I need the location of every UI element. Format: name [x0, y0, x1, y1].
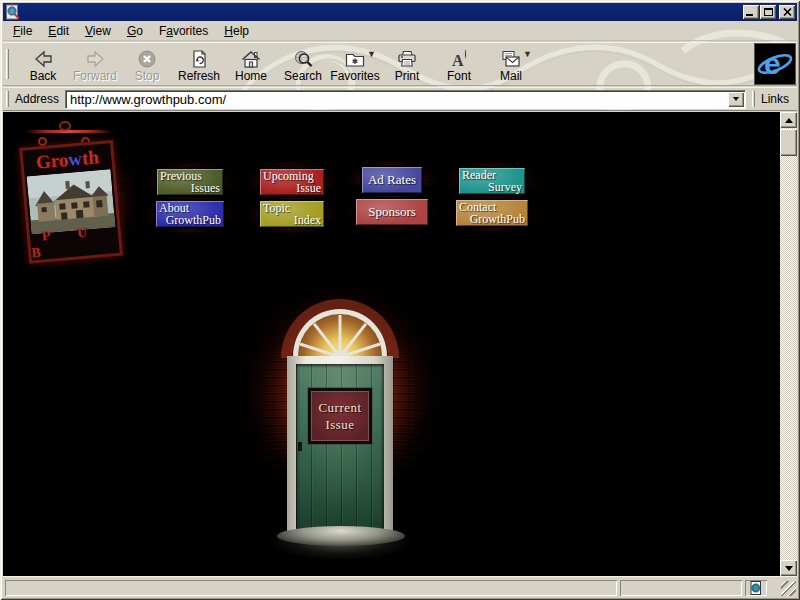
door-sign-line1: Current — [318, 399, 361, 416]
nav-label-line2: GrowthPub — [459, 213, 525, 225]
growth-pub-sign: Growth — [19, 140, 123, 264]
nav-button-topic-index[interactable]: Topic Index — [259, 200, 325, 228]
close-icon — [783, 8, 792, 16]
web-page-content: Growth — [3, 112, 780, 576]
menu-help[interactable]: Help — [216, 22, 257, 40]
menu-go[interactable]: Go — [119, 22, 151, 40]
pub-sign-assembly: Growth — [3, 112, 151, 282]
refresh-page-icon — [188, 49, 210, 69]
scroll-up-button[interactable] — [780, 112, 797, 128]
nav-button-contact-growthpub[interactable]: Contact GrowthPub — [455, 199, 529, 227]
nav-label-line2: Survey — [462, 181, 522, 193]
scrollbar-thumb[interactable] — [780, 129, 797, 156]
home-button[interactable]: Home — [225, 44, 277, 84]
favorites-label: Favorites — [330, 70, 379, 82]
address-bar-grip[interactable] — [6, 91, 9, 106]
door-step — [277, 526, 405, 546]
address-bar: Address Links — [3, 87, 797, 111]
status-progress-panel — [620, 580, 742, 596]
mail-dropdown-caret[interactable]: ▼ — [523, 49, 532, 59]
status-bar — [3, 576, 797, 597]
vertical-scrollbar[interactable] — [780, 112, 797, 576]
current-issue-sign[interactable]: Current Issue — [308, 388, 372, 444]
menu-view[interactable]: View — [77, 22, 119, 40]
nav-label-line1: Sponsors — [368, 206, 416, 218]
close-button[interactable] — [779, 5, 795, 19]
status-zone-panel — [745, 580, 767, 596]
address-input[interactable] — [66, 92, 728, 107]
sign-title-pre: Gro — [35, 149, 69, 174]
favorites-folder-icon — [344, 49, 366, 69]
font-label: Font — [447, 70, 471, 82]
nav-button-ad-rates[interactable]: Ad Rates — [361, 166, 423, 194]
home-label: Home — [235, 70, 267, 82]
favorites-dropdown-caret[interactable]: ▼ — [367, 49, 376, 59]
current-issue-door[interactable]: Current Issue — [296, 364, 384, 533]
links-bar-grip[interactable] — [752, 91, 755, 106]
print-label: Print — [395, 70, 420, 82]
forward-arrow-icon — [84, 49, 106, 69]
globe-page-icon — [749, 581, 763, 595]
menu-file[interactable]: File — [5, 22, 40, 40]
forward-button[interactable]: Forward — [69, 44, 121, 84]
browser-window: File Edit View Go Favorites Help Back Fo… — [0, 0, 800, 600]
nav-button-upcoming-issue[interactable]: Upcoming Issue — [259, 168, 325, 196]
nav-label-line1: Ad Rates — [368, 174, 416, 186]
mail-label: Mail — [500, 70, 522, 82]
menu-edit[interactable]: Edit — [40, 22, 77, 40]
door-sign-line2: Issue — [325, 416, 354, 433]
nav-label-line2: Issues — [160, 182, 220, 194]
ie-document-icon — [5, 4, 21, 20]
mail-button[interactable]: ▼ Mail — [485, 44, 537, 84]
svg-text:e: e — [764, 47, 781, 80]
nav-label-line2: GrowthPub — [159, 214, 221, 226]
toolbar: Back Forward Stop — [3, 42, 797, 86]
home-house-icon — [240, 49, 262, 69]
address-input-box — [65, 90, 746, 109]
address-dropdown-button[interactable] — [728, 92, 744, 107]
sign-bracket — [25, 130, 113, 133]
door-frame: Current Issue — [287, 356, 393, 533]
stop-circle-icon — [136, 49, 158, 69]
chevron-down-icon — [785, 566, 793, 571]
font-button[interactable]: A Font — [433, 44, 485, 84]
mail-envelope-icon — [500, 49, 522, 69]
forward-label: Forward — [73, 70, 117, 82]
sign-title-post: th — [81, 146, 100, 169]
links-toolbar-label[interactable]: Links — [761, 92, 789, 106]
maximize-icon — [764, 8, 773, 16]
window-controls — [743, 5, 795, 19]
search-button[interactable]: Search — [277, 44, 329, 84]
internet-explorer-logo: e — [754, 43, 796, 85]
toolbar-grip[interactable] — [6, 49, 9, 78]
resize-grip[interactable] — [781, 581, 796, 596]
nav-button-reader-survey[interactable]: Reader Survey — [458, 167, 526, 195]
nav-button-about-growthpub[interactable]: About GrowthPub — [155, 200, 225, 228]
stop-button[interactable]: Stop — [121, 44, 173, 84]
back-label: Back — [30, 70, 57, 82]
search-label: Search — [284, 70, 322, 82]
search-magnifier-icon — [292, 49, 314, 69]
chevron-down-icon — [733, 97, 739, 101]
back-button[interactable]: Back — [17, 44, 69, 84]
menu-favorites[interactable]: Favorites — [151, 22, 216, 40]
minimize-icon — [746, 14, 753, 16]
toolbar-buttons: Back Forward Stop — [17, 44, 537, 84]
favorites-button[interactable]: ▼ Favorites — [329, 44, 381, 84]
sign-bracket-ring-icon — [59, 121, 71, 131]
maximize-button[interactable] — [760, 5, 776, 19]
minimize-button[interactable] — [743, 5, 759, 19]
print-button[interactable]: Print — [381, 44, 433, 84]
nav-button-previous-issues[interactable]: Previous Issues — [156, 168, 224, 196]
font-letter-icon: A — [448, 49, 470, 69]
chevron-up-icon — [785, 118, 793, 123]
refresh-button[interactable]: Refresh — [173, 44, 225, 84]
nav-label-line2: Issue — [263, 182, 321, 194]
sign-hang-ring-icon — [38, 137, 47, 146]
nav-button-sponsors[interactable]: Sponsors — [355, 198, 429, 226]
svg-text:A: A — [452, 52, 464, 69]
pub-sign-letters: P U B — [30, 227, 120, 257]
scroll-down-button[interactable] — [780, 560, 797, 576]
refresh-label: Refresh — [178, 70, 220, 82]
title-bar — [3, 3, 797, 21]
